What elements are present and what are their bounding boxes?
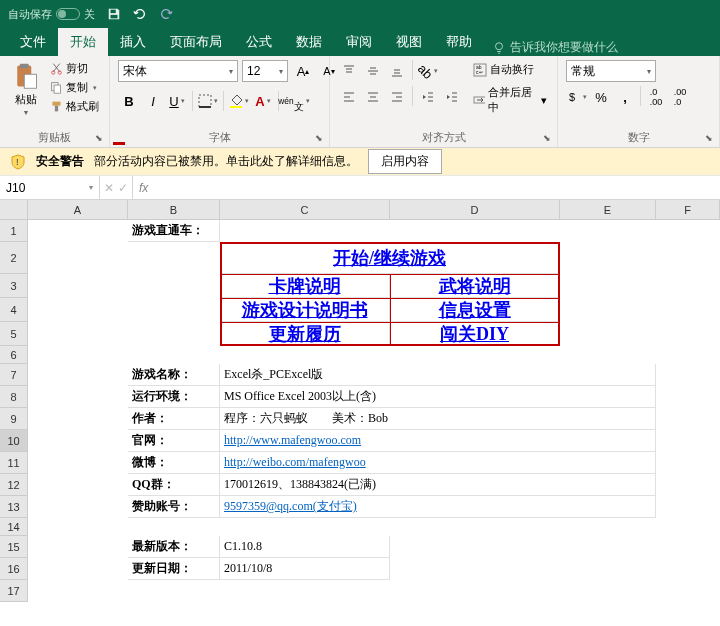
font-color-button[interactable]: A▾: [252, 90, 274, 112]
fx-icon[interactable]: fx: [133, 181, 154, 195]
cell-C9[interactable]: 程序：六只蚂蚁 美术：Bob: [220, 408, 656, 430]
row-header[interactable]: 14: [0, 518, 28, 536]
name-box[interactable]: J10▾: [0, 176, 100, 199]
cell-C4[interactable]: 游戏设计说明书: [220, 298, 390, 322]
merge-center-button[interactable]: 合并后居中▾: [471, 83, 549, 117]
row-header[interactable]: 4: [0, 298, 28, 322]
align-bottom-button[interactable]: [386, 60, 408, 82]
align-middle-button[interactable]: [362, 60, 384, 82]
cell-D5[interactable]: 闯关DIY: [390, 322, 560, 346]
cell-C11[interactable]: http://weibo.com/mafengwoo: [220, 452, 656, 474]
cell-C12[interactable]: 170012619、138843824(已满): [220, 474, 656, 496]
wrap-text-button[interactable]: abc↵自动换行: [471, 60, 549, 79]
row-header[interactable]: 16: [0, 558, 28, 580]
cell-B1[interactable]: 游戏直通车：: [128, 220, 220, 242]
cell-D3[interactable]: 武将说明: [390, 274, 560, 298]
enable-content-button[interactable]: 启用内容: [368, 149, 442, 174]
border-button[interactable]: ▾: [197, 90, 219, 112]
row-header[interactable]: 3: [0, 274, 28, 298]
copy-button[interactable]: 复制▾: [48, 79, 101, 96]
bold-button[interactable]: B: [118, 90, 140, 112]
increase-decimal-button[interactable]: .0.00: [645, 86, 667, 108]
accounting-button[interactable]: $▾: [566, 86, 588, 108]
col-header[interactable]: E: [560, 200, 656, 220]
tab-help[interactable]: 帮助: [434, 28, 484, 56]
cell-C2[interactable]: 开始/继续游戏: [220, 242, 560, 274]
cell-C5[interactable]: 更新履历: [220, 322, 390, 346]
tab-review[interactable]: 审阅: [334, 28, 384, 56]
dialog-launcher-icon[interactable]: ⬊: [95, 133, 107, 145]
row-header[interactable]: 12: [0, 474, 28, 496]
align-center-button[interactable]: [362, 86, 384, 108]
cell-C15[interactable]: C1.10.8: [220, 536, 390, 558]
row-header[interactable]: 8: [0, 386, 28, 408]
fill-color-button[interactable]: ▾: [228, 90, 250, 112]
row-header[interactable]: 6: [0, 346, 28, 364]
cell-B16[interactable]: 更新日期：: [128, 558, 220, 580]
row-header[interactable]: 11: [0, 452, 28, 474]
row-header[interactable]: 7: [0, 364, 28, 386]
row-header[interactable]: 10: [0, 430, 28, 452]
align-top-button[interactable]: [338, 60, 360, 82]
grow-font-button[interactable]: A▴: [292, 60, 314, 82]
number-format-combo[interactable]: 常规▾: [566, 60, 656, 82]
cell-B8[interactable]: 运行环境：: [128, 386, 220, 408]
dialog-launcher-icon[interactable]: ⬊: [315, 133, 327, 145]
cell-B12[interactable]: QQ群：: [128, 474, 220, 496]
cell-C8[interactable]: MS Office Excel 2003以上(含): [220, 386, 656, 408]
tell-me[interactable]: 告诉我你想要做什么: [492, 39, 618, 56]
row-header[interactable]: 9: [0, 408, 28, 430]
cell-C3[interactable]: 卡牌说明: [220, 274, 390, 298]
cell-B13[interactable]: 赞助账号：: [128, 496, 220, 518]
security-msg[interactable]: 部分活动内容已被禁用。单击此处了解详细信息。: [94, 153, 358, 170]
cut-button[interactable]: 剪切: [48, 60, 101, 77]
tab-insert[interactable]: 插入: [108, 28, 158, 56]
phonetic-button[interactable]: wén文▾: [283, 90, 305, 112]
spreadsheet-grid[interactable]: 1234567891011121314151617 ABCDEF 游戏直通车：开…: [0, 200, 720, 626]
col-header[interactable]: D: [390, 200, 560, 220]
orientation-button[interactable]: ab▾: [417, 60, 439, 82]
comma-button[interactable]: ,: [614, 86, 636, 108]
row-header[interactable]: 15: [0, 536, 28, 558]
align-left-button[interactable]: [338, 86, 360, 108]
italic-button[interactable]: I: [142, 90, 164, 112]
align-right-button[interactable]: [386, 86, 408, 108]
cell-C7[interactable]: Excel杀_PCExcel版: [220, 364, 656, 386]
row-header[interactable]: 17: [0, 580, 28, 602]
row-header[interactable]: 1: [0, 220, 28, 242]
row-header[interactable]: 13: [0, 496, 28, 518]
col-header[interactable]: A: [28, 200, 128, 220]
select-all-corner[interactable]: [0, 200, 28, 220]
format-painter-button[interactable]: 格式刷: [48, 98, 101, 115]
autosave-toggle[interactable]: 自动保存 关: [8, 7, 95, 22]
save-icon[interactable]: [107, 7, 121, 21]
tab-formulas[interactable]: 公式: [234, 28, 284, 56]
cell-B7[interactable]: 游戏名称：: [128, 364, 220, 386]
tab-home[interactable]: 开始: [58, 28, 108, 56]
tab-data[interactable]: 数据: [284, 28, 334, 56]
cell-C13[interactable]: 9597359@qq.com(支付宝): [220, 496, 656, 518]
tab-layout[interactable]: 页面布局: [158, 28, 234, 56]
col-header[interactable]: F: [656, 200, 720, 220]
tab-view[interactable]: 视图: [384, 28, 434, 56]
paste-button[interactable]: 粘贴 ▼: [8, 60, 44, 118]
underline-button[interactable]: U▾: [166, 90, 188, 112]
col-header[interactable]: C: [220, 200, 390, 220]
cell-D4[interactable]: 信息设置: [390, 298, 560, 322]
percent-button[interactable]: %: [590, 86, 612, 108]
cell-B10[interactable]: 官网：: [128, 430, 220, 452]
indent-decrease-button[interactable]: [417, 86, 439, 108]
tab-file[interactable]: 文件: [8, 28, 58, 56]
row-header[interactable]: 2: [0, 242, 28, 274]
font-name-combo[interactable]: 宋体▾: [118, 60, 238, 82]
redo-icon[interactable]: [159, 7, 173, 21]
font-size-combo[interactable]: 12▾: [242, 60, 288, 82]
cell-B9[interactable]: 作者：: [128, 408, 220, 430]
cell-B11[interactable]: 微博：: [128, 452, 220, 474]
dialog-launcher-icon[interactable]: ⬊: [705, 133, 717, 145]
row-header[interactable]: 5: [0, 322, 28, 346]
decrease-decimal-button[interactable]: .00.0: [669, 86, 691, 108]
dialog-launcher-icon[interactable]: ⬊: [543, 133, 555, 145]
cell-C10[interactable]: http://www.mafengwoo.com: [220, 430, 656, 452]
indent-increase-button[interactable]: [441, 86, 463, 108]
